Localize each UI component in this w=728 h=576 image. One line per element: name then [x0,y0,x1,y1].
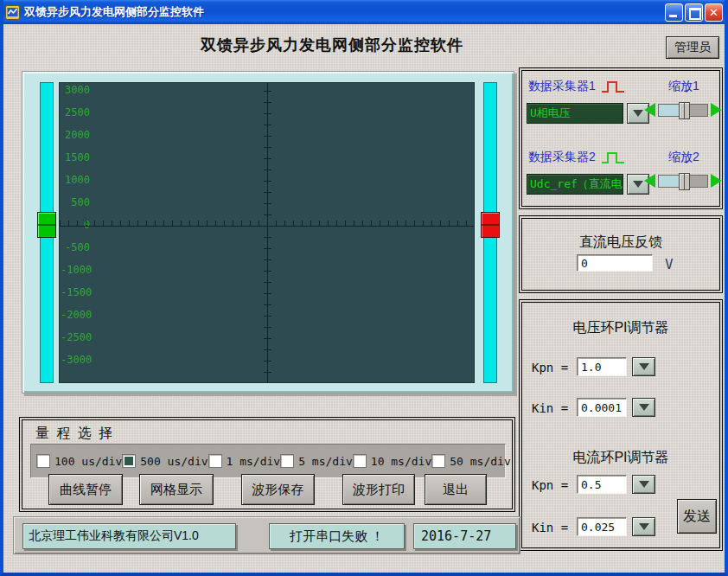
zoom2-decrement-arrow[interactable] [644,174,655,188]
range-option-5ms[interactable]: 5 ms/div [280,454,353,468]
current-kpn-label: Kpn = [532,478,568,492]
range-option-1ms[interactable]: 1 ms/div [208,454,281,468]
voltage-kin-label: Kin = [532,401,568,415]
current-pi-title: 电流环PI调节器 [520,449,722,467]
close-button[interactable]: ✕ [705,3,723,22]
chevron-down-icon [633,181,643,188]
y-tick-label: -2000 [61,310,90,321]
collector1-label: 数据采集器1 [528,79,596,94]
chevron-down-icon [639,481,649,488]
zoom1-increment-arrow[interactable] [711,103,722,117]
y-tick-label: -2500 [61,332,90,343]
y-axis [267,83,268,382]
volt-unit-label: V [665,256,674,272]
app-icon [5,5,20,20]
send-button[interactable]: 发送 [677,499,717,534]
minimize-button[interactable] [665,3,683,22]
zoom2-handle[interactable] [679,173,690,190]
channel2-offset-handle[interactable] [481,212,500,238]
dc-feedback-panel: 直流电压反馈 V [519,215,723,293]
voltage-kpn-label: Kpn = [532,361,568,374]
checkbox-icon[interactable] [208,454,222,468]
collector2-select[interactable]: Udc_ref（直流电 [527,174,623,195]
range-option-500us[interactable]: 500 us/div [122,454,208,468]
company-version-label: 北京理工伟业科教有限公司V1.0 [22,523,236,549]
checkbox-icon[interactable] [122,454,136,468]
zoom2-label: 缩放2 [668,150,699,165]
collector2-label: 数据采集器2 [528,150,596,165]
y-tick-label: 2000 [61,130,90,141]
zoom2-track[interactable] [658,175,708,188]
zoom1-handle[interactable] [679,102,690,119]
y-tick-label: 500 [61,197,90,208]
y-tick-label: 1000 [61,175,90,186]
zoom1-slider [644,103,722,117]
zoom1-decrement-arrow[interactable] [644,103,655,117]
y-tick-label: -500 [61,242,90,253]
voltage-kpn-dropdown-button[interactable] [632,357,655,376]
admin-button[interactable]: 管理员 [666,36,719,59]
grid-display-button[interactable]: 网格显示 [139,474,214,505]
range-panel: 量 程 选 择 100 us/div 500 us/div 1 ms/div 5… [19,417,515,512]
date-label: 2016-7-27 [413,523,516,549]
pi-regulator-panel: 电压环PI调节器 Kpn = Kin = 电流环PI调节器 Kpn = Kin … [519,299,723,551]
window-title: 双馈异步风力发电网侧部分监控软件 [24,4,665,20]
maximize-button[interactable] [685,3,703,22]
page-title: 双馈异步风力发电网侧部分监控软件 [116,35,548,55]
serial-port-status-message: 打开串口失败 ！ [269,523,405,549]
range-options-strip: 100 us/div 500 us/div 1 ms/div 5 ms/div … [30,444,506,478]
app-window: 双馈异步风力发电网侧部分监控软件 ✕ 双馈异步风力发电网侧部分监控软件 管理员 … [0,0,728,576]
window-controls: ✕ [665,3,723,22]
chevron-down-icon [639,404,649,411]
y-tick-label: 1500 [61,152,90,163]
y-tick-label: -1500 [61,287,90,298]
voltage-kin-input[interactable] [577,398,627,417]
channel2-pulse-icon [601,150,625,165]
pause-curve-button[interactable]: 曲线暂停 [48,474,123,505]
client-area: 双馈异步风力发电网侧部分监控软件 管理员 3000 2500 2000 1500… [3,24,725,573]
voltage-kpn-input[interactable] [577,357,627,376]
zoom2-slider [644,174,722,188]
zoom1-label: 缩放1 [668,79,699,94]
current-kin-dropdown-button[interactable] [632,517,655,536]
zoom1-track[interactable] [658,104,708,117]
channel1-pulse-icon [601,80,625,94]
dc-feedback-title: 直流电压反馈 [520,234,722,252]
checkbox-icon[interactable] [280,454,294,468]
chevron-down-icon [639,523,649,530]
voltage-pi-title: 电压环PI调节器 [520,319,722,337]
print-waveform-button[interactable]: 波形打印 [342,474,415,505]
status-bar: 北京理工伟业科教有限公司V1.0 打开串口失败 ！ 2016-7-27 [13,516,520,554]
channel1-offset-handle[interactable] [37,212,56,238]
zoom2-increment-arrow[interactable] [711,174,722,188]
range-option-50ms[interactable]: 50 ms/div [431,454,510,468]
checkbox-icon[interactable] [36,454,50,468]
save-waveform-button[interactable]: 波形保存 [241,474,315,505]
current-kpn-input[interactable] [577,475,627,494]
chevron-down-icon [639,363,649,370]
exit-button[interactable]: 退出 [425,474,487,505]
waveform-chart: 3000 2500 2000 1500 1000 500 0 -500 -100… [22,71,514,394]
voltage-kin-dropdown-button[interactable] [632,398,655,417]
current-kin-input[interactable] [577,517,627,536]
checkbox-icon[interactable] [353,454,367,468]
checkbox-icon[interactable] [431,454,445,468]
y-tick-label: 3000 [61,85,90,96]
chevron-down-icon [633,110,643,117]
range-option-100us[interactable]: 100 us/div [36,454,122,468]
collector1-select[interactable]: U相电压 [527,103,623,124]
range-panel-title: 量 程 选 择 [35,425,114,443]
current-kin-label: Kin = [532,521,568,534]
y-tick-label: -1000 [61,265,90,276]
y-tick-label: -3000 [61,355,90,366]
dc-feedback-input[interactable] [577,254,653,272]
current-kpn-dropdown-button[interactable] [632,475,655,494]
titlebar: 双馈异步风力发电网侧部分监控软件 ✕ [0,0,728,24]
range-option-10ms[interactable]: 10 ms/div [353,454,431,468]
plot-area: 3000 2500 2000 1500 1000 500 0 -500 -100… [59,82,475,383]
collector-panel: 数据采集器1 缩放1 U相电压 数据采集器2 缩放2 [519,67,723,209]
y-tick-label: 2500 [61,107,90,118]
